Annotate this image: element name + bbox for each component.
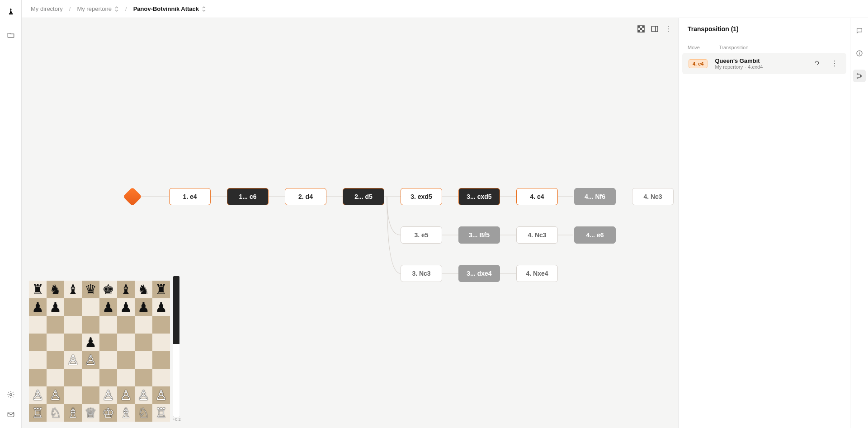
app-logo[interactable] — [5, 4, 17, 19]
move-node[interactable]: 3... Bf5 — [458, 226, 500, 244]
board-square: ♙ — [135, 386, 152, 404]
board-square: ♕ — [82, 404, 99, 422]
board-square — [82, 386, 99, 404]
svg-rect-5 — [642, 26, 644, 28]
mini-board[interactable]: ♜♞♝♛♚♝♞♜♟♟♟♟♟♟♟♙♙♙♙♙♙♙♙♖♘♗♕♔♗♘♖ — [29, 281, 170, 422]
tree-root[interactable] — [123, 187, 142, 206]
board-square: ♙ — [99, 386, 117, 404]
board-square: ♟ — [99, 298, 117, 316]
board-square: ♟ — [152, 298, 170, 316]
board-square — [29, 316, 47, 334]
move-node[interactable]: 4... Nf6 — [574, 188, 616, 205]
move-node[interactable]: 4... e6 — [574, 226, 616, 244]
mini-board-panel: ♜♞♝♛♚♝♞♜♟♟♟♟♟♟♟♙♙♙♙♙♙♙♙♖♘♗♕♔♗♘♖ +0.2 — [29, 276, 181, 422]
settings-icon[interactable] — [5, 388, 17, 401]
more-icon[interactable] — [665, 24, 672, 33]
tree-canvas[interactable]: 1. e41... c62. d42... d53. exd53... cxd5… — [22, 18, 678, 428]
move-node[interactable]: 4. c4 — [516, 188, 558, 205]
svg-rect-9 — [651, 26, 658, 32]
transposition-row[interactable]: 4. c4Queen's GambitMy repertory·4.exd4 — [682, 53, 846, 74]
board-square: ♘ — [135, 404, 152, 422]
board-square: ♔ — [99, 404, 117, 422]
info-icon[interactable] — [853, 47, 866, 60]
move-node[interactable]: 1. e4 — [169, 188, 211, 205]
board-square — [117, 334, 135, 351]
board-square — [135, 316, 152, 334]
left-icon-bar — [0, 0, 22, 428]
board-square — [82, 316, 99, 334]
board-square — [64, 298, 82, 316]
chevron-updown-icon — [114, 6, 119, 12]
chevron-updown-icon — [202, 6, 206, 12]
board-square: ♙ — [47, 386, 64, 404]
board-square — [29, 369, 47, 386]
board-square: ♟ — [117, 298, 135, 316]
board-square: ♟ — [47, 298, 64, 316]
board-square — [64, 369, 82, 386]
board-square — [135, 351, 152, 369]
move-node[interactable]: 1... c6 — [227, 188, 269, 205]
board-square — [64, 334, 82, 351]
board-square — [117, 351, 135, 369]
transposition-panel: Transposition (1) Move Transposition 4. … — [678, 18, 850, 428]
board-square — [117, 369, 135, 386]
move-node[interactable]: 4. Nc3 — [516, 226, 558, 244]
folder-icon[interactable] — [5, 29, 17, 42]
breadcrumb-root[interactable]: My directory — [31, 5, 63, 12]
board-square — [47, 334, 64, 351]
board-square — [47, 351, 64, 369]
transposition-name: Queen's Gambit — [715, 57, 805, 64]
svg-point-14 — [857, 74, 858, 75]
board-square — [99, 334, 117, 351]
board-square: ♚ — [99, 281, 117, 298]
move-node[interactable]: 3. Nc3 — [401, 265, 442, 282]
board-square: ♛ — [82, 281, 99, 298]
link-icon[interactable] — [812, 60, 822, 67]
branch-icon[interactable] — [853, 70, 866, 82]
board-square: ♗ — [117, 404, 135, 422]
move-node[interactable]: 2. d4 — [285, 188, 326, 205]
move-node[interactable]: 3... dxe4 — [458, 265, 500, 282]
row-more-icon[interactable] — [829, 59, 840, 68]
svg-rect-7 — [638, 30, 640, 32]
move-node[interactable]: 2... d5 — [343, 188, 384, 205]
board-square: ♞ — [47, 281, 64, 298]
eval-bar — [173, 276, 179, 417]
board-square — [99, 351, 117, 369]
right-tool-strip — [850, 18, 868, 428]
board-square — [47, 369, 64, 386]
split-view-icon[interactable] — [651, 25, 658, 33]
board-square: ♙ — [82, 351, 99, 369]
board-square — [152, 369, 170, 386]
board-view-icon[interactable] — [637, 25, 645, 33]
move-node[interactable]: 4. Nc3 — [632, 188, 674, 205]
breadcrumb: My directory / My repertoire / Panov-Bot… — [22, 0, 868, 18]
board-square: ♜ — [29, 281, 47, 298]
svg-rect-4 — [638, 26, 640, 28]
board-square: ♙ — [117, 386, 135, 404]
board-square — [29, 351, 47, 369]
svg-rect-6 — [640, 28, 642, 30]
board-square — [82, 369, 99, 386]
board-square: ♙ — [29, 386, 47, 404]
breadcrumb-folder[interactable]: My repertoire — [77, 5, 119, 12]
board-square — [82, 298, 99, 316]
board-square: ♗ — [64, 404, 82, 422]
svg-point-13 — [859, 52, 859, 52]
comment-icon[interactable] — [853, 24, 866, 37]
board-square — [152, 316, 170, 334]
breadcrumb-page[interactable]: Panov-Botvinnik Attack — [133, 5, 206, 12]
col-move: Move — [688, 45, 700, 50]
mail-icon[interactable] — [5, 408, 17, 421]
move-node[interactable]: 3. e5 — [401, 226, 442, 244]
move-node[interactable]: 3. exd5 — [401, 188, 442, 205]
board-square — [64, 386, 82, 404]
move-node[interactable]: 3... cxd5 — [458, 188, 500, 205]
board-square: ♙ — [152, 386, 170, 404]
board-square — [99, 316, 117, 334]
board-square: ♖ — [29, 404, 47, 422]
board-square — [64, 316, 82, 334]
board-square — [152, 351, 170, 369]
move-node[interactable]: 4. Nxe4 — [516, 265, 558, 282]
board-square: ♙ — [64, 351, 82, 369]
